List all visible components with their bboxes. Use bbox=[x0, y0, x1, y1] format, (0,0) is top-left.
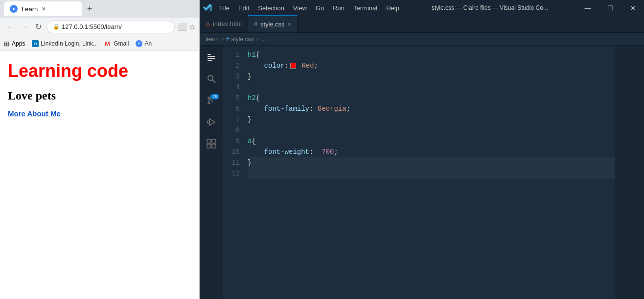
page-heading: Learning code bbox=[8, 61, 191, 81]
activity-bar: 25 bbox=[200, 46, 223, 299]
minimize-button[interactable]: — bbox=[576, 0, 599, 16]
lock-icon: 🔒 bbox=[53, 24, 60, 30]
other-favicon: A bbox=[136, 40, 142, 47]
back-button[interactable]: ← bbox=[4, 22, 16, 32]
code-editor-area[interactable]: 1 2 3 4 5 6 7 8 9 10 11 12 h1{ color: Re… bbox=[223, 46, 615, 299]
breadcrumb-sep1: > bbox=[221, 36, 224, 43]
menu-terminal[interactable]: Terminal bbox=[349, 0, 381, 16]
tab-css[interactable]: # style.css × bbox=[248, 15, 298, 32]
svg-marker-9 bbox=[209, 119, 215, 125]
code-line-9: a{ bbox=[248, 136, 615, 147]
address-input[interactable]: 🔒 127.0.0.1:5500/learn/ bbox=[46, 21, 175, 33]
code-line-1: h1{ bbox=[248, 50, 615, 60]
menu-go[interactable]: Go bbox=[312, 0, 328, 16]
vscode-tabbar: ◇ index.html # style.css × bbox=[200, 16, 644, 33]
menu-edit[interactable]: Edit bbox=[234, 0, 253, 16]
code-line-12 bbox=[248, 168, 615, 179]
code-line-10: font-weight: 700; bbox=[248, 147, 615, 157]
forward-button[interactable]: → bbox=[19, 22, 30, 32]
code-line-5: h2{ bbox=[248, 93, 615, 103]
svg-rect-1 bbox=[207, 56, 215, 57]
new-tab-button[interactable]: + bbox=[87, 4, 92, 14]
code-line-2: color: Red; bbox=[248, 60, 615, 71]
minimap bbox=[615, 46, 644, 299]
tab-css-label: style.css bbox=[260, 21, 285, 28]
linkedin-bookmark[interactable]: in LinkedIn Login, Link... bbox=[32, 40, 98, 47]
code-line-7: } bbox=[248, 114, 615, 125]
vscode-editor: 25 1 2 3 bbox=[200, 46, 644, 299]
run-debug-icon[interactable] bbox=[202, 112, 221, 132]
address-bar: ← → ↻ 🔒 127.0.0.1:5500/learn/ ⬜ ☆ bbox=[0, 18, 199, 36]
maximize-button[interactable]: ☐ bbox=[599, 0, 621, 16]
code-line-6: font-family: Georgia; bbox=[248, 103, 615, 114]
vscode-titlebar: File Edit Selection View Go Run Terminal… bbox=[200, 0, 644, 16]
code-line-3: } bbox=[248, 71, 615, 82]
apps-grid-icon: ⊞ bbox=[4, 40, 10, 48]
gmail-bookmark[interactable]: M Gmail bbox=[105, 40, 129, 47]
code-line-4 bbox=[248, 82, 615, 93]
code-line-8 bbox=[248, 125, 615, 136]
breadcrumb: learn > # style.css > ... bbox=[200, 33, 644, 46]
window-controls: — ☐ ✕ bbox=[576, 0, 644, 16]
extensions-icon[interactable] bbox=[202, 134, 221, 153]
tab-html[interactable]: ◇ index.html bbox=[200, 15, 248, 32]
other-bookmark[interactable]: A An bbox=[136, 40, 152, 47]
tab-close-button[interactable]: × bbox=[42, 5, 46, 13]
breadcrumb-file[interactable]: style.css bbox=[231, 36, 253, 43]
tab-html-label: index.html bbox=[213, 20, 242, 27]
source-control-icon[interactable]: 25 bbox=[202, 91, 221, 110]
svg-rect-12 bbox=[212, 139, 216, 143]
menu-view[interactable]: View bbox=[289, 0, 311, 16]
vscode-panel: File Edit Selection View Go Run Terminal… bbox=[200, 0, 644, 299]
menu-selection[interactable]: Selection bbox=[254, 0, 288, 16]
tab-css-close[interactable]: × bbox=[288, 21, 292, 28]
page-content: Learning code Love pets More About Me bbox=[0, 51, 199, 299]
svg-rect-13 bbox=[207, 144, 211, 148]
css-hash-icon: # bbox=[226, 36, 230, 43]
breadcrumb-dots[interactable]: ... bbox=[261, 36, 266, 43]
bookmarks-bar: ⊞ Apps in LinkedIn Login, Link... M Gmai… bbox=[0, 36, 199, 51]
svg-rect-0 bbox=[207, 54, 211, 55]
linkedin-favicon: in bbox=[32, 40, 39, 47]
vscode-logo-icon bbox=[200, 0, 215, 16]
page-subheading: Love pets bbox=[8, 89, 191, 102]
css-file-icon: # bbox=[254, 21, 257, 27]
source-control-badge: 25 bbox=[210, 94, 219, 100]
gmail-favicon: M bbox=[105, 40, 112, 47]
tab-favicon: ● bbox=[10, 5, 18, 13]
breadcrumb-root[interactable]: learn bbox=[206, 36, 219, 43]
line-numbers-gutter: 1 2 3 4 5 6 7 8 9 10 11 12 bbox=[223, 46, 244, 299]
svg-rect-14 bbox=[212, 144, 216, 148]
svg-rect-2 bbox=[207, 58, 215, 59]
chrome-titlebar: ● Learn × + bbox=[0, 0, 199, 18]
svg-line-5 bbox=[212, 80, 215, 83]
browser-panel: ● Learn × + ← → ↻ 🔒 127.0.0.1:5500/learn… bbox=[0, 0, 200, 299]
tab-title: Learn bbox=[22, 5, 38, 13]
menu-file[interactable]: File bbox=[215, 0, 233, 16]
address-actions: ⬜ ☆ bbox=[178, 23, 195, 31]
gmail-label: Gmail bbox=[114, 40, 129, 47]
menu-run[interactable]: Run bbox=[329, 0, 348, 16]
other-label: An bbox=[144, 40, 152, 47]
code-line-11: } bbox=[248, 157, 615, 168]
active-tab[interactable]: ● Learn × bbox=[4, 1, 82, 16]
search-icon[interactable] bbox=[202, 69, 221, 89]
linkedin-label: LinkedIn Login, Link... bbox=[41, 40, 98, 47]
svg-rect-11 bbox=[207, 139, 211, 143]
vscode-menu-bar: File Edit Selection View Go Run Terminal… bbox=[215, 0, 403, 16]
svg-point-4 bbox=[208, 75, 213, 80]
html-file-icon: ◇ bbox=[206, 21, 210, 27]
menu-help[interactable]: Help bbox=[382, 0, 403, 16]
refresh-button[interactable]: ↻ bbox=[33, 21, 44, 32]
apps-bookmark[interactable]: ⊞ Apps bbox=[4, 40, 25, 48]
svg-rect-3 bbox=[207, 60, 212, 61]
cast-icon[interactable]: ⬜ bbox=[178, 23, 187, 31]
bookmark-star-icon[interactable]: ☆ bbox=[189, 23, 195, 31]
vscode-title-text: style.css — Claire files — Visual Studio… bbox=[403, 4, 576, 11]
svg-point-10 bbox=[207, 121, 210, 124]
address-text: 127.0.0.1:5500/learn/ bbox=[62, 23, 122, 30]
close-button[interactable]: ✕ bbox=[621, 0, 644, 16]
code-content[interactable]: h1{ color: Red; } h2{ font-family: Georg… bbox=[244, 46, 615, 299]
more-about-me-link[interactable]: More About Me bbox=[8, 109, 61, 118]
explorer-icon[interactable] bbox=[202, 48, 221, 67]
